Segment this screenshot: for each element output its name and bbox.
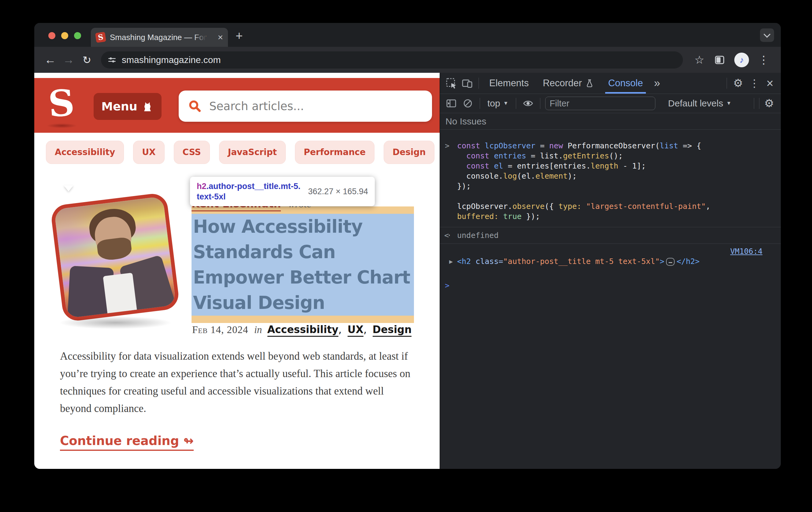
console-result-row: <· undefined [440, 227, 781, 244]
h2-open-tag: <h2 class="author-post__title mt-5 text-… [457, 257, 664, 266]
site-settings-icon[interactable] [107, 55, 117, 65]
tab-title-fade [194, 28, 206, 47]
pill-design[interactable]: Design [384, 141, 434, 164]
back-button[interactable]: ← [42, 53, 58, 66]
tab-close-icon[interactable]: × [218, 33, 223, 42]
article-title[interactable]: How Accessibility Standards Can Empower … [192, 214, 414, 315]
pill-ux[interactable]: UX [133, 141, 164, 164]
search-icon [188, 99, 202, 113]
devtools-panel: Elements Recorder Console » ⚙ ⋮ × [440, 73, 781, 469]
divider [540, 98, 540, 109]
tag-link-ux[interactable]: UX [348, 324, 364, 337]
pill-performance[interactable]: Performance [295, 141, 375, 164]
more-tabs-icon[interactable]: » [651, 77, 663, 90]
devtools-close-icon[interactable]: × [763, 77, 777, 90]
logged-element[interactable]: ▶<h2 class="author-post__title mt-5 text… [457, 256, 762, 266]
console-input-prompt[interactable]: > [440, 271, 781, 291]
search-input[interactable] [209, 99, 423, 113]
source-link[interactable]: VM106:4 [730, 246, 762, 256]
smashing-favicon-icon: S [95, 32, 106, 43]
comma: , [338, 324, 342, 335]
console-toolbar: top▼ Default levels▼ ⚙ [440, 94, 781, 113]
tab-elements-label: Elements [489, 78, 529, 89]
tab-recorder-label: Recorder [543, 78, 582, 89]
console-settings-gear-icon[interactable]: ⚙ [762, 97, 777, 110]
music-note-icon: ♪ [740, 55, 744, 65]
forward-button[interactable]: → [61, 53, 77, 66]
code-line: lcpObserver.observe({ type: "largest-con… [457, 201, 775, 211]
smashing-logo[interactable]: S [47, 81, 76, 126]
code-line: const entries = list.getEntries(); [457, 151, 775, 161]
favicon-letter: S [97, 33, 104, 41]
code-line: }); [457, 181, 775, 191]
photo-shirt [103, 273, 137, 313]
collapsed-content-icon[interactable]: … [666, 258, 675, 266]
tab-recorder[interactable]: Recorder [536, 73, 600, 94]
continue-reading-link[interactable]: Continue reading ↬ [60, 434, 194, 451]
no-issues-label: No Issues [445, 116, 486, 127]
author-photo[interactable] [50, 192, 180, 322]
console-log-row: VM106:4 ▶<h2 class="author-post__title m… [440, 244, 781, 271]
console-output[interactable]: > const lcpObserver = new PerformanceObs… [440, 130, 781, 469]
window-minimize-button[interactable] [61, 32, 68, 39]
bookmark-star-icon[interactable]: ☆ [695, 54, 704, 66]
category-pills: Accessibility UX CSS JavaScript Performa… [34, 141, 440, 164]
in-label: in [254, 324, 262, 335]
window-zoom-button[interactable] [74, 32, 81, 39]
caret-down-icon: ▼ [726, 100, 731, 107]
context-selector[interactable]: top▼ [485, 98, 511, 109]
devtools-settings-gear-icon[interactable]: ⚙ [731, 77, 745, 90]
code-line: const lcpObserver = new PerformanceObser… [457, 141, 775, 151]
title-line: How Accessibility [193, 214, 414, 239]
pill-css[interactable]: CSS [174, 141, 210, 164]
device-toolbar-icon[interactable] [460, 76, 474, 90]
console-filter-input[interactable] [545, 97, 655, 110]
issues-status[interactable]: No Issues [440, 113, 781, 130]
log-levels-selector[interactable]: Default levels▼ [666, 98, 734, 109]
devtools-kebab-icon[interactable]: ⋮ [747, 77, 762, 89]
inspect-tooltip: h2.author-post__title.mt-5.text-5xl 362.… [190, 177, 375, 206]
console-toolbar-right: ⚙ [751, 97, 777, 110]
new-tab-button[interactable]: + [236, 30, 242, 42]
tab-search-button[interactable] [760, 28, 774, 42]
menu-button[interactable]: Menu [94, 93, 162, 120]
article-date: Feb 14, 2024 [192, 324, 249, 335]
pill-accessibility[interactable]: Accessibility [46, 141, 124, 164]
flask-icon [585, 79, 594, 88]
code-line: buffered: true }); [457, 211, 775, 221]
title-line: Standards Can [193, 239, 414, 265]
url-input[interactable] [121, 55, 680, 65]
profile-avatar[interactable]: ♪ [734, 53, 749, 67]
reload-button[interactable]: ↻ [79, 54, 95, 66]
browser-toolbar: ← → ↻ ☆ ♪ ⋮ [34, 47, 781, 73]
tooltip-selector: h2.author-post__title.mt-5.text-5xl [197, 181, 302, 202]
pill-javascript[interactable]: JavaScript [219, 141, 286, 164]
live-expression-eye-icon[interactable] [521, 96, 535, 111]
tag-link-accessibility[interactable]: Accessibility [267, 324, 338, 337]
side-panel-icon[interactable] [714, 55, 725, 65]
window-close-button[interactable] [48, 32, 55, 39]
divider [759, 98, 759, 109]
clear-console-icon[interactable] [461, 96, 475, 111]
divider [516, 98, 516, 109]
tab-console[interactable]: Console [602, 73, 649, 94]
comma: , [364, 324, 367, 335]
browser-menu-kebab-icon[interactable]: ⋮ [758, 54, 769, 66]
browser-tab[interactable]: S Smashing Magazine — For We × [91, 28, 228, 47]
tag-link-design[interactable]: Design [373, 324, 412, 337]
chevron-down-icon [764, 31, 771, 38]
tooltip-arrow [64, 185, 74, 191]
console-sidebar-icon[interactable] [444, 96, 458, 111]
console-input-echo: > const lcpObserver = new PerformanceObs… [440, 130, 781, 227]
inspect-element-icon[interactable] [444, 76, 458, 90]
code-line: const el = entries[entries.length - 1]; [457, 161, 775, 171]
console-prompt-icon: > [445, 141, 450, 151]
site-header: S Menu [34, 78, 440, 133]
expand-triangle-icon[interactable]: ▶ [449, 257, 453, 267]
browser-window: S Smashing Magazine — For We × + ← → ↻ [34, 23, 781, 469]
tab-elements[interactable]: Elements [483, 73, 535, 94]
photo-shadow [59, 316, 172, 329]
address-bar[interactable] [101, 51, 683, 68]
divider [727, 78, 727, 89]
site-search[interactable] [179, 91, 432, 122]
